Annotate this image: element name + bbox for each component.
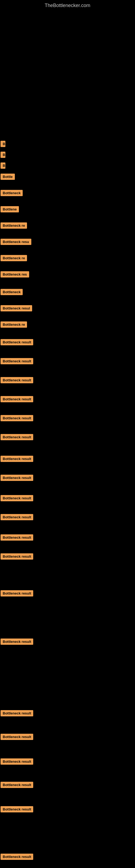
- bottleneck-row-label-27: Bottleneck result: [1, 639, 33, 645]
- site-title: TheBottlenecker.com: [0, 0, 135, 11]
- bottleneck-row-label-6: Bottlene: [1, 206, 19, 212]
- bottleneck-label: Bottleneck result: [1, 456, 33, 462]
- bottleneck-row-label-9: Bottleneck re: [1, 255, 27, 261]
- bottleneck-label: Bottleneck result: [1, 710, 33, 716]
- bottleneck-label: Bottleneck result: [1, 396, 33, 402]
- bottleneck-row-label-23: Bottleneck result: [1, 514, 33, 520]
- bottleneck-label: Bottleneck result: [1, 534, 33, 540]
- bottleneck-row-label-8: Bottleneck resu: [1, 239, 31, 245]
- bottleneck-label: Bottlene: [1, 206, 19, 212]
- bottleneck-label: B: [1, 152, 5, 158]
- bottleneck-row-label-28: Bottleneck result: [1, 710, 33, 716]
- bottleneck-row-label-21: Bottleneck result: [1, 475, 33, 481]
- bottleneck-row-label-13: Bottleneck re: [1, 321, 27, 328]
- bottleneck-row-label-24: Bottleneck result: [1, 534, 33, 540]
- bottleneck-row-label-31: Bottleneck result: [1, 782, 33, 788]
- bottleneck-label: Bottleneck: [1, 289, 23, 295]
- bottleneck-row-label-5: Bottleneck: [1, 190, 23, 196]
- bottleneck-label: Bottleneck result: [1, 415, 33, 421]
- bottleneck-row-label-7: Bottleneck re: [1, 222, 27, 229]
- bottleneck-row-label-20: Bottleneck result: [1, 456, 33, 462]
- bottleneck-label: Bottleneck result: [1, 854, 33, 860]
- bottleneck-row-label-15: Bottleneck result: [1, 358, 33, 364]
- bottleneck-row-label-16: Bottleneck result: [1, 377, 33, 383]
- bottleneck-label: Bottleneck resul: [1, 305, 32, 311]
- bottleneck-row-label-26: Bottleneck result: [1, 590, 33, 596]
- bottleneck-label: Bottle: [1, 174, 15, 180]
- bottleneck-label: Bottleneck result: [1, 377, 33, 383]
- bottleneck-label: Bottleneck result: [1, 434, 33, 440]
- bottleneck-row-label-25: Bottleneck result: [1, 553, 33, 560]
- bottleneck-row-label-12: Bottleneck resul: [1, 305, 32, 311]
- bottleneck-row-label-29: Bottleneck result: [1, 734, 33, 740]
- bottleneck-label: Bottleneck resu: [1, 239, 31, 245]
- bottleneck-label: Bottleneck result: [1, 639, 33, 645]
- bottleneck-label: Bottleneck result: [1, 782, 33, 788]
- bottleneck-row-label-3: B: [1, 162, 5, 169]
- bottleneck-label: Bottleneck result: [1, 758, 33, 765]
- bottleneck-row-label-30: Bottleneck result: [1, 758, 33, 765]
- bottleneck-label: Bottleneck result: [1, 806, 33, 812]
- bottleneck-label: Bottleneck re: [1, 255, 27, 261]
- bottleneck-label: Bottleneck re: [1, 222, 27, 229]
- bottleneck-row-label-4: Bottle: [1, 174, 15, 180]
- bottleneck-row-label-22: Bottleneck result: [1, 495, 33, 501]
- bottleneck-row-label-11: Bottleneck: [1, 289, 23, 295]
- bottleneck-label: Bottleneck result: [1, 514, 33, 520]
- bottleneck-label: B: [1, 141, 5, 147]
- bottleneck-label: Bottleneck result: [1, 495, 33, 501]
- bottleneck-row-label-2: B: [1, 152, 5, 158]
- bottleneck-row-label-17: Bottleneck result: [1, 396, 33, 402]
- bottleneck-row-label-10: Bottleneck res: [1, 271, 29, 278]
- bottleneck-label: Bottleneck result: [1, 553, 33, 560]
- bottleneck-row-label-33: Bottleneck result: [1, 854, 33, 860]
- bottleneck-label: Bottleneck result: [1, 475, 33, 481]
- bottleneck-label: Bottleneck result: [1, 590, 33, 596]
- bottleneck-row-label-19: Bottleneck result: [1, 434, 33, 440]
- bottleneck-row-label-1: B: [1, 141, 5, 147]
- bottleneck-label: Bottleneck result: [1, 339, 33, 345]
- bottleneck-label: Bottleneck result: [1, 358, 33, 364]
- bottleneck-label: B: [1, 162, 5, 169]
- bottleneck-row-label-32: Bottleneck result: [1, 806, 33, 812]
- bottleneck-label: Bottleneck result: [1, 734, 33, 740]
- bottleneck-label: Bottleneck: [1, 190, 23, 196]
- bottleneck-row-label-14: Bottleneck result: [1, 339, 33, 345]
- bottleneck-row-label-18: Bottleneck result: [1, 415, 33, 421]
- bottleneck-label: Bottleneck res: [1, 271, 29, 278]
- bottleneck-label: Bottleneck re: [1, 321, 27, 328]
